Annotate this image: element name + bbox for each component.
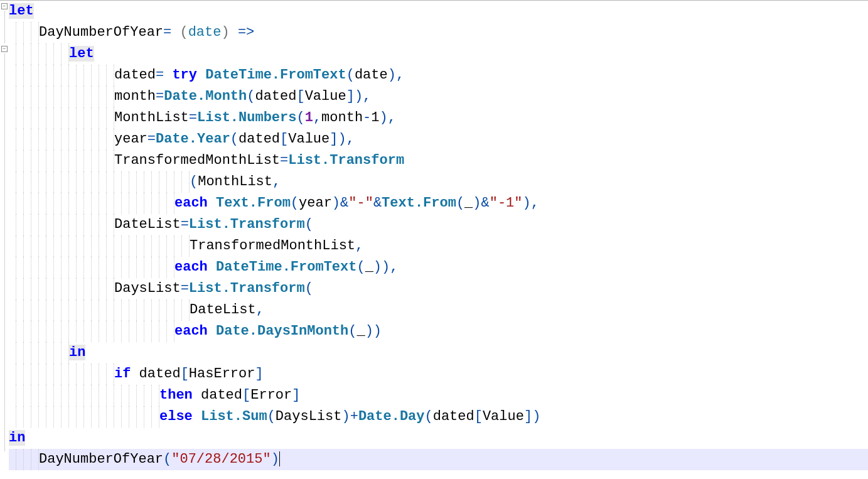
- code-text: TransformedMonthList=List.Transform: [114, 150, 404, 171]
- token-op: =: [181, 281, 189, 296]
- token-op: ): [355, 89, 363, 104]
- code-line[interactable]: each Text.From(year)&"-"&Text.From(_)&"-…: [9, 193, 868, 214]
- token-op: (: [305, 217, 313, 232]
- code-line[interactable]: dated= try DateTime.FromText(date),: [9, 65, 868, 86]
- token-kw: each: [174, 323, 208, 339]
- code-line[interactable]: year=Date.Year(dated[Value]),: [9, 129, 868, 150]
- code-text: DayNumberOfYear= (date) =>: [39, 22, 254, 43]
- token-fn: Date.Year: [156, 131, 230, 147]
- token-op: ,: [355, 238, 363, 254]
- token-op: ): [380, 110, 388, 126]
- code-text: then dated[Error]: [159, 385, 300, 406]
- code-text: dated= try DateTime.FromText(date),: [114, 65, 404, 86]
- token-ident: DateList: [114, 217, 181, 232]
- code-text: each Date.DaysInMonth(_)): [174, 321, 382, 342]
- token-ident: TransformedMonthList: [114, 153, 280, 168]
- indent-guides: [9, 86, 114, 107]
- token-op: =: [163, 24, 179, 40]
- fold-toggle-icon[interactable]: −: [1, 46, 8, 52]
- token-ident: TransformedMonthList: [190, 238, 355, 254]
- code-text: DateList,: [190, 299, 264, 321]
- token-ident: Value: [483, 409, 524, 424]
- token-op: (: [456, 195, 464, 211]
- indent-guides: [9, 342, 69, 363]
- token-fn: List.Sum: [201, 409, 267, 424]
- token-ident: _: [464, 195, 473, 211]
- token-ident: [208, 195, 216, 211]
- token-ident: dated: [238, 131, 280, 147]
- token-op: [: [474, 409, 483, 424]
- token-param: date: [188, 24, 222, 40]
- token-op: ,: [272, 174, 281, 190]
- code-text: else List.Sum(DaysList)+Date.Day(dated[V…: [159, 406, 540, 428]
- token-ident: DateList: [190, 302, 256, 318]
- token-op: =: [156, 89, 164, 104]
- token-op: [: [296, 89, 304, 104]
- token-op: ): [473, 195, 481, 211]
- code-line[interactable]: let: [9, 43, 868, 65]
- token-op: &: [481, 195, 490, 211]
- code-text: DaysList=List.Transform(: [114, 278, 313, 299]
- token-op: ,: [363, 89, 371, 104]
- code-text: DayNumberOfYear("07/28/2015"): [39, 449, 280, 470]
- code-line[interactable]: DateList,: [9, 299, 868, 321]
- code-text: each Text.From(year)&"-"&Text.From(_)&"-…: [174, 193, 539, 214]
- token-str: "-1": [490, 195, 523, 211]
- text-cursor: [279, 451, 280, 466]
- token-op: (: [346, 67, 355, 83]
- token-paren: ): [221, 24, 229, 40]
- fold-toggle-icon[interactable]: −: [1, 3, 8, 9]
- token-op: =: [280, 153, 288, 168]
- code-line[interactable]: in: [9, 342, 868, 363]
- code-line[interactable]: each DateTime.FromText(_)),: [9, 257, 868, 278]
- token-kw: each: [174, 259, 208, 275]
- indent-guides: [9, 363, 114, 385]
- token-op: ): [532, 409, 540, 424]
- token-ident: [208, 259, 216, 275]
- code-text: year=Date.Year(dated[Value]),: [114, 129, 355, 150]
- token-ident: dated: [114, 67, 156, 83]
- token-op: (: [163, 451, 171, 467]
- token-num: 1: [305, 110, 313, 126]
- token-ident: DaysList: [276, 409, 342, 424]
- token-op: =: [156, 67, 172, 83]
- token-op: (: [230, 131, 238, 147]
- code-line[interactable]: else List.Sum(DaysList)+Date.Day(dated[V…: [9, 406, 868, 428]
- code-line[interactable]: each Date.DaysInMonth(_)): [9, 321, 868, 342]
- code-line[interactable]: DaysList=List.Transform(: [9, 278, 868, 299]
- indent-guides: [9, 193, 174, 214]
- code-area[interactable]: letDayNumberOfYear= (date) =>letdated= t…: [9, 1, 868, 470]
- code-line[interactable]: MonthList=List.Numbers(1,month-1),: [9, 107, 868, 129]
- token-arrow: =>: [238, 24, 254, 40]
- token-kw: try: [172, 67, 197, 83]
- token-op: &: [340, 195, 348, 211]
- token-ident: dated: [433, 409, 474, 424]
- code-line[interactable]: TransformedMonthList,: [9, 235, 868, 257]
- code-line[interactable]: DayNumberOfYear("07/28/2015"): [9, 449, 868, 470]
- token-ident: Value: [305, 89, 346, 104]
- code-line[interactable]: in: [9, 428, 868, 449]
- token-op: ): [373, 323, 382, 339]
- code-line[interactable]: let: [9, 1, 868, 22]
- token-ident: DayNumberOfYear: [39, 451, 163, 467]
- code-line[interactable]: then dated[Error]: [9, 385, 868, 406]
- token-ident: date: [355, 67, 388, 83]
- token-ident: _: [365, 259, 373, 275]
- indent-guides: [9, 171, 190, 193]
- token-fn: List.Transform: [189, 281, 305, 296]
- code-line[interactable]: if dated[HasError]: [9, 363, 868, 385]
- token-op: ,: [256, 302, 264, 318]
- code-line[interactable]: DayNumberOfYear= (date) =>: [9, 22, 868, 43]
- code-line[interactable]: month=Date.Month(dated[Value]),: [9, 86, 868, 107]
- code-line[interactable]: DateList=List.Transform(: [9, 214, 868, 235]
- token-fn: List.Transform: [288, 153, 404, 168]
- code-editor[interactable]: − − letDayNumberOfYear= (date) =>letdate…: [0, 0, 868, 479]
- code-text: (MonthList,: [190, 171, 281, 193]
- token-ident: dated: [193, 387, 242, 403]
- code-text: in: [69, 342, 85, 363]
- code-line[interactable]: (MonthList,: [9, 171, 868, 193]
- token-str: "-": [348, 195, 373, 211]
- token-ident: Error: [250, 387, 292, 403]
- indent-guides: [9, 406, 159, 428]
- code-line[interactable]: TransformedMonthList=List.Transform: [9, 150, 868, 171]
